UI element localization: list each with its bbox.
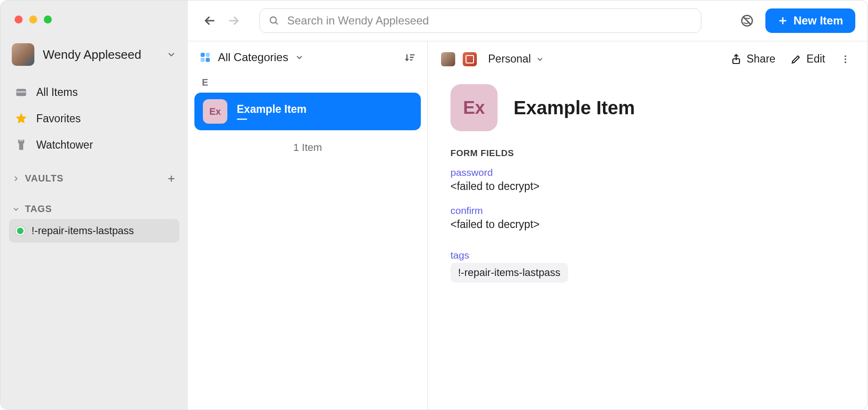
chevron-right-icon (12, 174, 20, 183)
categories-icon (199, 51, 211, 63)
field-label: confirm (450, 205, 845, 216)
vaults-header-label: VAULTS (25, 173, 64, 184)
owner-avatar (441, 52, 455, 66)
close-window-button[interactable] (15, 16, 23, 24)
field-confirm[interactable]: confirm <failed to decrypt> (450, 205, 845, 231)
chevron-down-icon (166, 49, 177, 60)
detail-toolbar: Personal Share Edit (428, 41, 868, 77)
svg-rect-14 (201, 58, 205, 62)
form-fields-header: FORM FIELDS (450, 148, 845, 158)
item-badge: Ex (203, 99, 227, 124)
svg-point-23 (844, 61, 846, 63)
tags-section-header[interactable]: TAGS (9, 199, 179, 219)
category-label: All Categories (218, 51, 288, 64)
sidebar-item-label: Favorites (36, 112, 81, 125)
search-input[interactable] (286, 14, 692, 28)
tags-header-label: TAGS (25, 204, 52, 214)
item-list-pane: All Categories E Ex Example Item (188, 41, 428, 410)
new-item-label: New Item (794, 14, 843, 27)
zoom-window-button[interactable] (44, 16, 52, 24)
sidebar-item-all-items[interactable]: All Items (9, 80, 179, 104)
category-filter[interactable]: All Categories (188, 41, 427, 73)
star-icon (14, 111, 29, 126)
tag-color-dot (16, 226, 25, 236)
item-subtitle-placeholder (237, 118, 247, 120)
vault-picker[interactable]: Personal (484, 50, 548, 68)
account-avatar (12, 43, 34, 66)
detail-item-badge: Ex (450, 84, 498, 131)
new-item-button[interactable]: New Item (765, 8, 855, 33)
watchtower-status-icon[interactable] (737, 11, 757, 31)
account-name: Wendy Appleseed (43, 47, 141, 62)
plus-icon (778, 16, 788, 26)
chevron-down-icon (295, 53, 304, 62)
field-label: password (450, 167, 845, 178)
more-button[interactable] (836, 51, 854, 67)
svg-point-6 (270, 17, 276, 23)
forward-button[interactable] (224, 11, 243, 31)
svg-rect-12 (201, 53, 205, 57)
window-controls (9, 0, 179, 35)
sidebar-item-label: Watchtower (36, 139, 93, 151)
add-vault-button[interactable] (166, 173, 177, 184)
share-label: Share (747, 53, 775, 65)
vault-icon (463, 52, 477, 66)
svg-rect-1 (16, 91, 26, 93)
sidebar: Wendy Appleseed All Items Favorites (0, 0, 188, 410)
item-row[interactable]: Ex Example Item (194, 93, 421, 130)
svg-point-21 (844, 55, 846, 57)
search-icon (268, 15, 280, 26)
field-password[interactable]: password <failed to decrypt> (450, 167, 845, 193)
sidebar-item-label: All Items (36, 86, 78, 99)
item-title: Example Item (237, 103, 306, 116)
tag-pill[interactable]: !-repair-items-lastpass (450, 263, 568, 283)
list-group-letter: E (188, 73, 427, 91)
field-tags: tags !-repair-items-lastpass (450, 250, 845, 283)
svg-rect-15 (206, 58, 210, 62)
edit-label: Edit (806, 53, 825, 65)
pencil-icon (790, 54, 802, 65)
share-button[interactable]: Share (727, 50, 779, 68)
field-value: <failed to decrypt> (450, 180, 845, 193)
field-value: <failed to decrypt> (450, 218, 845, 231)
sort-button[interactable] (404, 51, 416, 63)
search-field[interactable] (259, 8, 701, 33)
watchtower-icon (14, 137, 29, 152)
wallet-icon (14, 85, 29, 100)
item-count: 1 Item (188, 132, 427, 163)
account-switcher[interactable]: Wendy Appleseed (9, 35, 179, 78)
tag-label: !-repair-items-lastpass (32, 225, 134, 237)
sidebar-nav: All Items Favorites Watchtower (9, 78, 179, 168)
chevron-down-icon (12, 205, 20, 213)
svg-line-7 (275, 22, 278, 24)
sidebar-tag-item[interactable]: !-repair-items-lastpass (9, 219, 179, 243)
sidebar-item-watchtower[interactable]: Watchtower (9, 133, 179, 157)
detail-item-title: Example Item (514, 97, 635, 118)
share-icon (731, 54, 742, 65)
edit-button[interactable]: Edit (787, 50, 829, 68)
toolbar: New Item (188, 0, 868, 41)
vaults-section-header[interactable]: VAULTS (9, 168, 179, 189)
sidebar-item-favorites[interactable]: Favorites (9, 106, 179, 131)
minimize-window-button[interactable] (29, 16, 37, 24)
svg-rect-13 (206, 53, 210, 57)
back-button[interactable] (200, 11, 220, 31)
detail-pane: Personal Share Edit (428, 41, 868, 410)
svg-point-22 (844, 58, 846, 60)
kebab-icon (840, 54, 851, 64)
field-label: tags (450, 250, 845, 261)
vault-name: Personal (488, 53, 531, 65)
